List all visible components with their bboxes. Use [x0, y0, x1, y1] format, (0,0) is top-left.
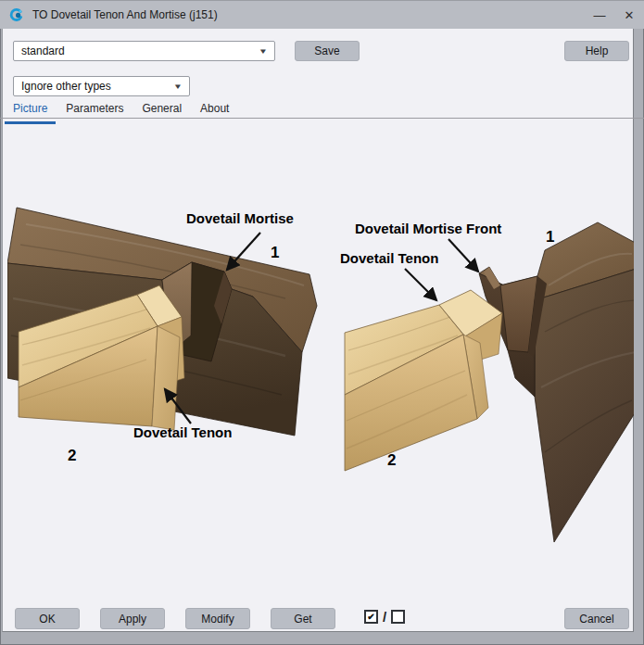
- tab-general[interactable]: General: [142, 102, 182, 119]
- left-beam1-number: 1: [271, 244, 279, 262]
- close-icon: ✕: [625, 8, 635, 22]
- checked-unchecked-toggle[interactable]: ✔ /: [364, 609, 405, 625]
- chevron-down-icon: ▼: [259, 47, 268, 56]
- preset-dropdown[interactable]: standard ▼: [13, 41, 275, 61]
- app-logo-icon: [8, 7, 23, 22]
- tab-about[interactable]: About: [200, 102, 229, 119]
- tab-separator-line: [0, 118, 644, 119]
- chevron-down-icon: ▼: [173, 82, 183, 91]
- tab-bar: Picture Parameters General About: [0, 102, 644, 119]
- ok-button[interactable]: OK: [15, 608, 80, 629]
- get-button[interactable]: Get: [271, 608, 335, 629]
- minimize-icon: —: [594, 8, 606, 22]
- right-tenon-label: Dovetail Tenon: [340, 250, 438, 266]
- titlebar: TO Dovetail Tenon And Mortise (j151) — ✕: [0, 0, 644, 29]
- left-mortise-label: Dovetail Mortise: [186, 210, 294, 226]
- minimize-button[interactable]: —: [585, 1, 614, 30]
- modify-button[interactable]: Modify: [185, 608, 250, 629]
- save-button[interactable]: Save: [295, 41, 360, 61]
- type-filter-dropdown-value: Ignore other types: [21, 80, 111, 93]
- help-button[interactable]: Help: [564, 41, 629, 61]
- tab-parameters[interactable]: Parameters: [66, 102, 123, 119]
- left-tenon-label: Dovetail Tenon: [133, 424, 232, 440]
- right-beam1-number: 1: [546, 228, 554, 247]
- preset-dropdown-value: standard: [21, 44, 65, 57]
- window-title: TO Dovetail Tenon And Mortise (j151): [32, 8, 218, 21]
- unchecked-checkbox-icon: [391, 610, 405, 624]
- cancel-button[interactable]: Cancel: [564, 608, 629, 629]
- checked-checkbox-icon: ✔: [364, 610, 378, 624]
- left-beam2-number: 2: [68, 447, 76, 465]
- apply-button[interactable]: Apply: [100, 608, 165, 629]
- close-button[interactable]: ✕: [614, 1, 644, 30]
- dialog-window: TO Dovetail Tenon And Mortise (j151) — ✕…: [0, 0, 644, 645]
- window-controls: — ✕: [585, 1, 644, 30]
- slash-separator: /: [383, 609, 386, 625]
- right-mortise-front-label: Dovetail Mortise Front: [355, 221, 501, 236]
- tab-picture[interactable]: Picture: [13, 102, 47, 119]
- type-filter-dropdown[interactable]: Ignore other types ▼: [13, 76, 190, 96]
- right-beam2-number: 2: [387, 451, 396, 470]
